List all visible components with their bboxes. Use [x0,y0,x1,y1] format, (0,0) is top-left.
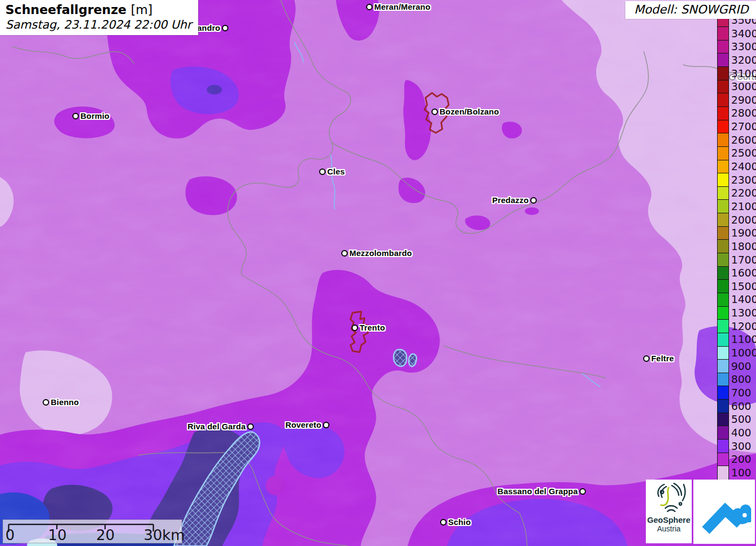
city-label-trento: Trento [360,323,385,332]
legend-swatch [717,53,729,68]
legend-value: 200 [731,453,751,467]
city-marker-predazzo [530,197,537,204]
legend-entry: 2600 [717,134,756,147]
legend-value: 3100 [731,68,756,81]
legend-entry: 800 [717,373,756,387]
scale-bar: 0 10 20 30km [3,520,182,543]
legend-entry: 2900 [717,94,756,107]
city-label-bormio: Bormio [80,111,110,120]
legend-entry: 600 [717,400,756,414]
legend-swatch [717,279,729,294]
city-marker-riva-del-garda [247,423,254,430]
legend-swatch [717,40,729,55]
legend-swatch [717,413,729,427]
legend-swatch [717,359,729,374]
city-label-bozen-bolzano: Bozen/Bolzano [440,107,499,116]
legend-entry: 100 [717,467,756,480]
geosphere-logo-text: GeoSphere [646,515,692,524]
legend-swatch [717,373,729,387]
legend-entry: 2700 [717,120,756,134]
legend-swatch [717,346,729,361]
legend-value: 2100 [731,200,756,214]
city-marker-trento [352,325,358,331]
legend-value: 1700 [731,254,756,267]
legend-swatch [717,106,729,121]
city-marker-s-silandro [222,25,228,31]
legend-value: 3000 [731,80,756,94]
legend-value: 900 [731,360,751,374]
legend-entry: 1700 [717,254,756,267]
legend-value: 400 [731,427,751,440]
legend-swatch [717,186,729,201]
legend-value: 2900 [731,94,756,107]
legend-value: 1900 [731,227,756,240]
legend-entry: 2400 [717,160,756,174]
legend-swatch [717,93,729,107]
city-marker-mezzolombardo [341,250,348,257]
model-label: Modell: SNOWGRID [625,1,756,19]
geosphere-logo-subtext: Austria [646,524,692,533]
legend-entry: 1100 [717,333,756,347]
legend-value: 500 [731,413,751,427]
city-label-schio: Schio [448,517,471,527]
legend-value: 3200 [731,54,756,68]
legend-value: 2600 [731,134,756,147]
legend-swatch [717,439,729,454]
city-label-bassano-del-grappa: Bassano del Grappa [497,487,578,496]
legend-value: 1500 [731,280,756,294]
legend-entry: 2100 [717,200,756,214]
scale-label-20: 20 [96,527,114,543]
legend-swatch [717,120,729,134]
legend-swatch [717,160,729,174]
legend-swatch [717,80,729,95]
city-marker-schio [440,519,447,525]
legend-value: 1100 [731,333,756,347]
legend-entry: 1900 [717,227,756,240]
legend-entry: 1800 [717,240,756,254]
legend-value: 2000 [731,214,756,227]
legend-value: 1000 [731,347,756,360]
scale-label-10: 10 [48,527,66,543]
city-label-feltre: Feltre [651,354,674,363]
legend-swatch [717,66,729,81]
legend-value: 2400 [731,160,756,174]
legend-entry: 2500 [717,147,756,160]
legend-entry: 900 [717,360,756,374]
title-main: Schneefallgrenze [5,3,126,17]
legend-entry: 700 [717,387,756,400]
legend-swatch [717,266,729,281]
legend-entry: 1300 [717,307,756,320]
legend-value: 100 [731,467,751,480]
legend-swatch [717,253,729,267]
legend-value: 700 [731,387,751,400]
city-label-mezzolombardo: Mezzolombardo [349,248,412,258]
legend-entry: 1000 [717,347,756,360]
legend-value: 600 [731,400,751,414]
snowgrid-map-page: Meran/Meranos/SilandroBormioBozen/Bolzan… [0,0,756,546]
city-marker-meran-merano [366,4,373,10]
legend-swatch [717,453,729,467]
legend-swatch [717,399,729,414]
legend-value: 3300 [731,41,756,54]
legend-entry: 400 [717,427,756,440]
legend-swatch [717,173,729,187]
legend-swatch [717,293,729,307]
legend-swatch [717,146,729,161]
legend-value: 1200 [731,320,756,334]
city-label-rovereto: Rovereto [285,420,321,429]
title-datetime: Samstag, 23.11.2024 22:00 Uhr [5,18,192,31]
legend-entry: 300 [717,440,756,454]
legend-value: 2800 [731,107,756,120]
legend-swatch [717,226,729,241]
legend-value: 1800 [731,240,756,254]
legend-entry: 3400 [717,28,756,41]
city-label-riva-del-garda: Riva del Garda [187,422,246,431]
legend-entry: 2300 [717,174,756,187]
city-label-cles: Cles [327,167,345,176]
legend-entry: 200 [717,453,756,467]
partner-logo-box [693,480,755,544]
city-marker-feltre [643,355,650,362]
legend-swatch [717,26,729,41]
city-marker-cles [319,168,326,175]
page-title: Schneefallgrenze [m] [5,3,192,17]
